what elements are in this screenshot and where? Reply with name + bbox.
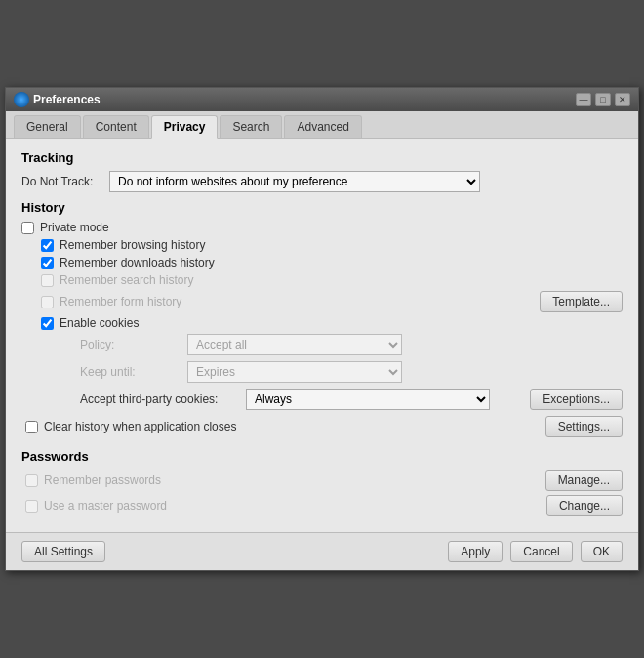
tab-content[interactable]: Content [83,115,149,138]
apply-button[interactable]: Apply [448,541,503,562]
ok-button[interactable]: OK [581,541,623,562]
clear-history-left: Clear history when application closes [21,420,236,433]
tracking-section-title: Tracking [21,150,623,165]
remember-passwords-checkbox [25,474,38,487]
change-button[interactable]: Change... [546,495,623,516]
keep-until-row: Keep until: Expires [21,361,623,383]
private-mode-checkbox[interactable] [21,222,34,234]
private-mode-row: Private mode [21,221,623,234]
tab-general[interactable]: General [14,115,81,138]
minimize-button[interactable]: — [576,93,591,106]
remember-browsing-label: Remember browsing history [60,238,205,252]
remember-downloads-label: Remember downloads history [60,256,215,269]
titlebar-left: Preferences [14,92,101,107]
exceptions-button[interactable]: Exceptions... [530,389,623,410]
third-party-select[interactable]: Always Never From visited [246,389,490,410]
clear-history-checkbox[interactable] [25,421,38,433]
tab-privacy[interactable]: Privacy [151,115,219,139]
titlebar-controls: — □ ✕ [576,93,630,106]
enable-cookies-row: Enable cookies [21,316,623,330]
remember-passwords-row: Remember passwords Manage... [21,470,623,491]
settings-button[interactable]: Settings... [545,416,623,437]
passwords-section-title: Passwords [21,449,623,464]
third-party-left: Accept third-party cookies: Always Never… [21,389,490,410]
footer: All Settings Apply Cancel OK [6,532,638,570]
master-password-row: Use a master password Change... [21,495,623,516]
remember-downloads-checkbox[interactable] [41,257,54,269]
master-password-checkbox [25,500,38,513]
third-party-row: Accept third-party cookies: Always Never… [21,389,623,410]
remember-form-left: Remember form history [21,295,181,308]
keep-until-select: Expires [187,361,402,383]
tab-search[interactable]: Search [220,115,282,138]
window-title: Preferences [33,93,101,106]
remember-form-checkbox [41,296,54,308]
cancel-button[interactable]: Cancel [510,541,572,562]
master-password-left: Use a master password [21,499,167,513]
clear-history-label: Clear history when application closes [44,420,236,433]
do-not-track-label: Do Not Track: [21,175,109,188]
titlebar: Preferences — □ ✕ [6,88,638,111]
app-icon [14,92,29,107]
remember-form-row: Remember form history Template... [21,291,623,312]
remember-search-label: Remember search history [60,273,193,287]
main-content: Tracking Do Not Track: Do not inform web… [6,139,638,532]
footer-right: Apply Cancel OK [448,541,623,562]
preferences-window: Preferences — □ ✕ General Content Privac… [5,87,639,571]
tab-advanced[interactable]: Advanced [284,115,361,138]
third-party-label: Accept third-party cookies: [80,392,246,406]
master-password-label: Use a master password [44,499,167,513]
remember-search-row: Remember search history [21,273,623,287]
remember-passwords-left: Remember passwords [21,473,161,487]
remember-browsing-row: Remember browsing history [21,238,623,252]
enable-cookies-checkbox[interactable] [41,317,54,330]
policy-select: Accept all [187,334,402,355]
remember-search-left: Remember search history [21,273,193,287]
remember-form-label: Remember form history [60,295,181,308]
tracking-row: Do Not Track: Do not inform websites abo… [21,171,623,192]
remember-passwords-label: Remember passwords [44,473,161,487]
template-button[interactable]: Template... [540,291,623,312]
remember-downloads-row: Remember downloads history [21,256,623,269]
all-settings-button[interactable]: All Settings [21,541,105,562]
keep-until-label: Keep until: [80,365,187,379]
history-section-title: History [21,200,623,215]
do-not-track-select[interactable]: Do not inform websites about my preferen… [109,171,480,192]
tabs-bar: General Content Privacy Search Advanced [6,111,638,139]
policy-label: Policy: [80,338,187,351]
manage-button[interactable]: Manage... [545,470,623,491]
enable-cookies-label: Enable cookies [60,316,139,330]
remember-browsing-checkbox[interactable] [41,239,54,252]
remember-search-checkbox [41,274,54,287]
close-button[interactable]: ✕ [615,93,630,106]
clear-history-row: Clear history when application closes Se… [21,416,623,437]
private-mode-label: Private mode [40,221,109,234]
maximize-button[interactable]: □ [595,93,611,106]
policy-row: Policy: Accept all [21,334,623,355]
